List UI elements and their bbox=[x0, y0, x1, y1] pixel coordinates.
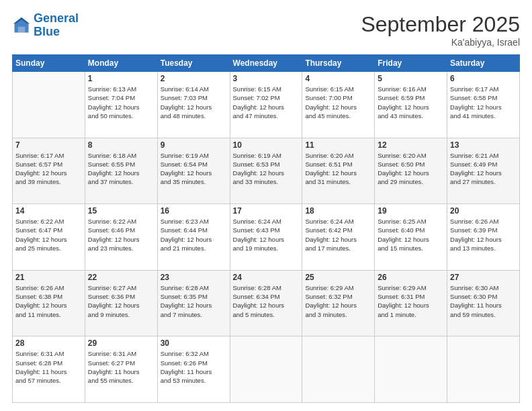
day-number: 2 bbox=[161, 74, 227, 83]
calendar-cell: 2Sunrise: 6:14 AM Sunset: 7:03 PM Daylig… bbox=[157, 72, 230, 138]
calendar-cell: 30Sunrise: 6:32 AM Sunset: 6:26 PM Dayli… bbox=[157, 336, 230, 403]
day-number: 7 bbox=[15, 140, 82, 150]
calendar-cell: 14Sunrise: 6:22 AM Sunset: 6:47 PM Dayli… bbox=[13, 204, 85, 271]
day-number: 4 bbox=[305, 74, 371, 83]
day-number: 22 bbox=[88, 273, 154, 282]
cell-content: Sunrise: 6:24 AM Sunset: 6:42 PM Dayligh… bbox=[305, 217, 371, 253]
calendar-cell bbox=[230, 336, 302, 403]
day-number: 20 bbox=[450, 206, 517, 216]
cell-content: Sunrise: 6:24 AM Sunset: 6:43 PM Dayligh… bbox=[233, 217, 300, 253]
logo: General Blue bbox=[12, 12, 79, 39]
day-number: 30 bbox=[161, 338, 227, 348]
cell-content: Sunrise: 6:19 AM Sunset: 6:54 PM Dayligh… bbox=[161, 151, 227, 187]
day-number: 19 bbox=[378, 206, 444, 216]
calendar-cell: 21Sunrise: 6:26 AM Sunset: 6:38 PM Dayli… bbox=[13, 270, 85, 336]
day-number: 18 bbox=[305, 206, 371, 216]
title-area: September 2025 Ka'abiyya, Israel bbox=[361, 12, 520, 48]
cell-content: Sunrise: 6:29 AM Sunset: 6:32 PM Dayligh… bbox=[305, 283, 371, 319]
day-number: 8 bbox=[88, 140, 154, 150]
cell-content: Sunrise: 6:25 AM Sunset: 6:40 PM Dayligh… bbox=[378, 217, 444, 253]
calendar-cell: 26Sunrise: 6:29 AM Sunset: 6:31 PM Dayli… bbox=[375, 270, 447, 336]
header: General Blue September 2025 Ka'abiyya, I… bbox=[12, 12, 520, 48]
cell-content: Sunrise: 6:15 AM Sunset: 7:02 PM Dayligh… bbox=[233, 85, 300, 120]
cell-content: Sunrise: 6:17 AM Sunset: 6:58 PM Dayligh… bbox=[450, 85, 517, 120]
calendar-cell: 18Sunrise: 6:24 AM Sunset: 6:42 PM Dayli… bbox=[302, 204, 375, 271]
day-number: 16 bbox=[161, 206, 227, 216]
cell-content: Sunrise: 6:18 AM Sunset: 6:55 PM Dayligh… bbox=[88, 151, 154, 187]
cell-content: Sunrise: 6:14 AM Sunset: 7:03 PM Dayligh… bbox=[161, 85, 227, 120]
day-header-saturday: Saturday bbox=[447, 55, 520, 72]
day-header-friday: Friday bbox=[375, 55, 447, 72]
cell-content: Sunrise: 6:32 AM Sunset: 6:26 PM Dayligh… bbox=[161, 349, 227, 385]
day-header-tuesday: Tuesday bbox=[157, 55, 230, 72]
calendar-week-row: 21Sunrise: 6:26 AM Sunset: 6:38 PM Dayli… bbox=[13, 270, 520, 336]
calendar-week-row: 1Sunrise: 6:13 AM Sunset: 7:04 PM Daylig… bbox=[13, 72, 520, 138]
cell-content: Sunrise: 6:20 AM Sunset: 6:50 PM Dayligh… bbox=[378, 151, 444, 187]
calendar-cell: 5Sunrise: 6:16 AM Sunset: 6:59 PM Daylig… bbox=[375, 72, 447, 138]
calendar-cell: 3Sunrise: 6:15 AM Sunset: 7:02 PM Daylig… bbox=[230, 72, 302, 138]
calendar-cell: 12Sunrise: 6:20 AM Sunset: 6:50 PM Dayli… bbox=[375, 138, 447, 204]
cell-content: Sunrise: 6:30 AM Sunset: 6:30 PM Dayligh… bbox=[450, 283, 517, 319]
calendar-cell: 4Sunrise: 6:15 AM Sunset: 7:00 PM Daylig… bbox=[302, 72, 375, 138]
day-header-monday: Monday bbox=[85, 55, 157, 72]
day-number: 12 bbox=[378, 140, 444, 150]
day-number: 1 bbox=[88, 74, 154, 83]
day-number: 5 bbox=[378, 74, 444, 83]
calendar-week-row: 28Sunrise: 6:31 AM Sunset: 6:28 PM Dayli… bbox=[13, 336, 520, 403]
calendar-cell bbox=[13, 72, 85, 138]
calendar-cell bbox=[375, 336, 447, 403]
cell-content: Sunrise: 6:17 AM Sunset: 6:57 PM Dayligh… bbox=[15, 151, 82, 187]
logo-icon bbox=[12, 16, 31, 35]
calendar-cell: 7Sunrise: 6:17 AM Sunset: 6:57 PM Daylig… bbox=[13, 138, 85, 204]
calendar-cell bbox=[302, 336, 375, 403]
calendar-cell: 6Sunrise: 6:17 AM Sunset: 6:58 PM Daylig… bbox=[447, 72, 520, 138]
day-header-wednesday: Wednesday bbox=[230, 55, 302, 72]
day-number: 26 bbox=[378, 273, 444, 282]
cell-content: Sunrise: 6:28 AM Sunset: 6:34 PM Dayligh… bbox=[233, 283, 300, 319]
calendar-cell: 24Sunrise: 6:28 AM Sunset: 6:34 PM Dayli… bbox=[230, 270, 302, 336]
day-number: 10 bbox=[233, 140, 300, 150]
day-number: 28 bbox=[15, 338, 82, 348]
day-number: 29 bbox=[88, 338, 154, 348]
subtitle: Ka'abiyya, Israel bbox=[361, 37, 520, 48]
calendar-cell: 28Sunrise: 6:31 AM Sunset: 6:28 PM Dayli… bbox=[13, 336, 85, 403]
cell-content: Sunrise: 6:31 AM Sunset: 6:27 PM Dayligh… bbox=[88, 349, 154, 385]
calendar-cell: 23Sunrise: 6:28 AM Sunset: 6:35 PM Dayli… bbox=[157, 270, 230, 336]
day-header-thursday: Thursday bbox=[302, 55, 375, 72]
day-number: 6 bbox=[450, 74, 517, 83]
calendar-cell: 15Sunrise: 6:22 AM Sunset: 6:46 PM Dayli… bbox=[85, 204, 157, 271]
day-number: 13 bbox=[450, 140, 517, 150]
calendar-cell: 17Sunrise: 6:24 AM Sunset: 6:43 PM Dayli… bbox=[230, 204, 302, 271]
cell-content: Sunrise: 6:22 AM Sunset: 6:47 PM Dayligh… bbox=[15, 217, 82, 253]
calendar-cell: 19Sunrise: 6:25 AM Sunset: 6:40 PM Dayli… bbox=[375, 204, 447, 271]
calendar-cell: 20Sunrise: 6:26 AM Sunset: 6:39 PM Dayli… bbox=[447, 204, 520, 271]
day-number: 9 bbox=[161, 140, 227, 150]
calendar-header-row: SundayMondayTuesdayWednesdayThursdayFrid… bbox=[13, 55, 520, 72]
cell-content: Sunrise: 6:13 AM Sunset: 7:04 PM Dayligh… bbox=[88, 85, 154, 120]
cell-content: Sunrise: 6:20 AM Sunset: 6:51 PM Dayligh… bbox=[305, 151, 371, 187]
cell-content: Sunrise: 6:16 AM Sunset: 6:59 PM Dayligh… bbox=[378, 85, 444, 120]
day-number: 17 bbox=[233, 206, 300, 216]
cell-content: Sunrise: 6:27 AM Sunset: 6:36 PM Dayligh… bbox=[88, 283, 154, 319]
cell-content: Sunrise: 6:19 AM Sunset: 6:53 PM Dayligh… bbox=[233, 151, 300, 187]
day-number: 27 bbox=[450, 273, 517, 282]
cell-content: Sunrise: 6:21 AM Sunset: 6:49 PM Dayligh… bbox=[450, 151, 517, 187]
day-number: 3 bbox=[233, 74, 300, 83]
month-title: September 2025 bbox=[361, 12, 520, 37]
calendar-cell: 10Sunrise: 6:19 AM Sunset: 6:53 PM Dayli… bbox=[230, 138, 302, 204]
calendar-cell: 8Sunrise: 6:18 AM Sunset: 6:55 PM Daylig… bbox=[85, 138, 157, 204]
calendar-cell: 22Sunrise: 6:27 AM Sunset: 6:36 PM Dayli… bbox=[85, 270, 157, 336]
day-number: 11 bbox=[305, 140, 371, 150]
day-number: 21 bbox=[15, 273, 82, 282]
page: General Blue September 2025 Ka'abiyya, I… bbox=[0, 0, 532, 411]
calendar-cell: 13Sunrise: 6:21 AM Sunset: 6:49 PM Dayli… bbox=[447, 138, 520, 204]
day-header-sunday: Sunday bbox=[13, 55, 85, 72]
calendar-cell: 25Sunrise: 6:29 AM Sunset: 6:32 PM Dayli… bbox=[302, 270, 375, 336]
cell-content: Sunrise: 6:23 AM Sunset: 6:44 PM Dayligh… bbox=[161, 217, 227, 253]
calendar-table: SundayMondayTuesdayWednesdayThursdayFrid… bbox=[12, 54, 520, 403]
calendar-cell: 27Sunrise: 6:30 AM Sunset: 6:30 PM Dayli… bbox=[447, 270, 520, 336]
calendar-cell: 9Sunrise: 6:19 AM Sunset: 6:54 PM Daylig… bbox=[157, 138, 230, 204]
cell-content: Sunrise: 6:29 AM Sunset: 6:31 PM Dayligh… bbox=[378, 283, 444, 319]
calendar-cell: 1Sunrise: 6:13 AM Sunset: 7:04 PM Daylig… bbox=[85, 72, 157, 138]
day-number: 23 bbox=[161, 273, 227, 282]
